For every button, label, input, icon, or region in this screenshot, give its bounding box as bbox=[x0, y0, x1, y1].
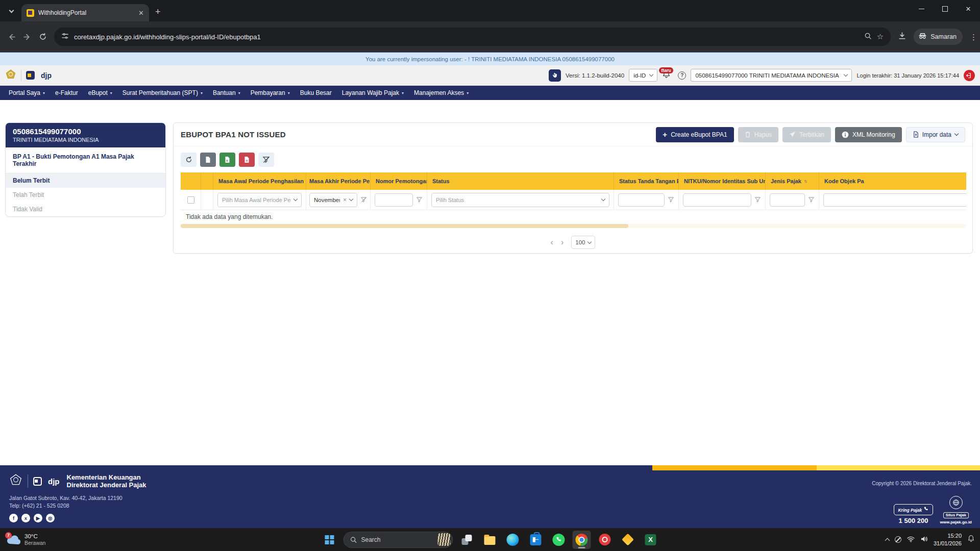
scrollbar-thumb[interactable] bbox=[181, 224, 628, 228]
window-minimize-button[interactable] bbox=[910, 0, 933, 17]
network-icon[interactable] bbox=[907, 535, 915, 544]
microsoft-store-button[interactable] bbox=[527, 531, 545, 549]
red-app-button[interactable] bbox=[596, 531, 614, 549]
create-ebupot-button[interactable]: + Create eBupot BPA1 bbox=[656, 127, 733, 142]
bookmark-star-icon[interactable]: ☆ bbox=[877, 32, 884, 41]
window-maximize-button[interactable] bbox=[933, 0, 957, 17]
incognito-icon bbox=[918, 32, 927, 42]
sort-icon[interactable]: ↑↓ bbox=[804, 179, 806, 184]
tray-expand-icon[interactable] bbox=[885, 538, 890, 543]
orange-app-button[interactable] bbox=[619, 531, 637, 549]
site-settings-icon[interactable] bbox=[61, 32, 69, 42]
tab-close-icon[interactable]: ✕ bbox=[138, 10, 144, 16]
excel-button[interactable]: X bbox=[642, 531, 660, 549]
export-csv-button[interactable] bbox=[200, 153, 216, 167]
export-excel-button[interactable]: x bbox=[219, 153, 235, 167]
locale-value: id-ID bbox=[633, 72, 646, 79]
filter-status-ttd-input[interactable] bbox=[618, 193, 665, 207]
header-nomor-pemotongan[interactable]: Nomor Pemotongan↑↓ bbox=[371, 172, 427, 190]
reload-button[interactable] bbox=[39, 33, 47, 41]
zoom-icon[interactable] bbox=[864, 32, 872, 42]
header-status-ttd[interactable]: Status Tanda Tangan Elektronik... bbox=[614, 172, 679, 190]
accessibility-icon[interactable] bbox=[549, 69, 561, 82]
taskbar-clock[interactable]: 15:20 31/01/2026 bbox=[934, 532, 962, 547]
logout-button[interactable] bbox=[964, 70, 975, 81]
weather-widget[interactable]: 7 30°C Berawan bbox=[0, 533, 45, 547]
nav-layanan-wajib-pajak[interactable]: Layanan Wajib Pajak▾ bbox=[337, 86, 408, 100]
header-masa-akhir[interactable]: Masa Akhir Periode Penghasilan... bbox=[306, 172, 371, 190]
select-all-checkbox[interactable] bbox=[187, 196, 194, 204]
header-nitku[interactable]: NITKU/Nomor Identitas Sub Unit Organisas… bbox=[679, 172, 766, 190]
header-status[interactable]: Status bbox=[427, 172, 614, 190]
notification-center-icon[interactable] bbox=[967, 535, 975, 545]
nav-manajemen-akses[interactable]: Manajemen Akses▾ bbox=[409, 86, 473, 100]
filter-icon[interactable] bbox=[808, 196, 815, 203]
volume-icon[interactable] bbox=[920, 535, 928, 544]
nav-spt[interactable]: Surat Pemberitahuan (SPT)▾ bbox=[118, 86, 207, 100]
start-button[interactable] bbox=[321, 531, 339, 549]
account-select[interactable]: 0508615499077000 TRINITI MEDIATAMA INDON… bbox=[691, 69, 852, 82]
chrome-button[interactable] bbox=[573, 531, 591, 549]
back-button[interactable] bbox=[7, 33, 16, 41]
edge-button[interactable] bbox=[504, 531, 522, 549]
x-twitter-icon[interactable]: x bbox=[21, 514, 30, 522]
header-jenis-pajak[interactable]: Jenis Pajak↑↓ bbox=[766, 172, 819, 190]
tab-search-button[interactable] bbox=[4, 4, 18, 18]
next-page-button[interactable]: › bbox=[561, 238, 564, 246]
instagram-icon[interactable]: ◎ bbox=[46, 514, 55, 522]
help-icon[interactable]: ? bbox=[678, 71, 686, 80]
whatsapp-button[interactable] bbox=[550, 531, 568, 549]
delete-button[interactable]: Hapus bbox=[738, 127, 779, 142]
browser-tab[interactable]: WithholdingPortal ✕ bbox=[21, 4, 149, 21]
refresh-button[interactable] bbox=[181, 153, 197, 167]
import-data-button[interactable]: Impor data bbox=[906, 127, 965, 142]
filter-jenis-pajak-input[interactable] bbox=[770, 193, 805, 207]
filter-masa-akhir-select[interactable]: November 2025 × bbox=[309, 193, 357, 207]
filter-nomor-input[interactable] bbox=[375, 193, 413, 207]
browser-profile-chip[interactable]: Samaran bbox=[914, 29, 963, 45]
browser-menu-icon[interactable]: ⋮ bbox=[970, 36, 973, 38]
nav-pembayaran[interactable]: Pembayaran▾ bbox=[246, 86, 295, 100]
file-explorer-button[interactable] bbox=[481, 531, 499, 549]
locale-select[interactable]: id-ID bbox=[629, 69, 657, 82]
new-tab-button[interactable]: + bbox=[155, 7, 161, 17]
search-highlight-image[interactable] bbox=[438, 533, 451, 546]
taskbar-search[interactable]: Search bbox=[344, 532, 453, 548]
nav-e-faktur[interactable]: e-Faktur bbox=[51, 86, 83, 100]
forward-button[interactable] bbox=[23, 33, 32, 41]
xml-monitoring-button[interactable]: XML Monitoring bbox=[835, 127, 902, 142]
page-size-select[interactable]: 100 bbox=[571, 236, 595, 249]
export-pdf-button[interactable] bbox=[239, 153, 255, 167]
filter-icon[interactable] bbox=[668, 196, 674, 203]
downloads-icon[interactable] bbox=[898, 32, 906, 42]
horizontal-scrollbar[interactable] bbox=[181, 224, 966, 228]
header-kode-objek[interactable]: Kode Objek Pa bbox=[819, 172, 966, 190]
nav-portal-saya[interactable]: Portal Saya▾ bbox=[4, 86, 50, 100]
filter-status-select[interactable]: Pilih Status bbox=[431, 193, 609, 207]
publish-button[interactable]: Terbitkan bbox=[782, 127, 831, 142]
notifications-button[interactable]: Baru bbox=[662, 69, 673, 82]
filter-icon[interactable] bbox=[754, 196, 761, 203]
nav-buku-besar[interactable]: Buku Besar bbox=[296, 86, 336, 100]
window-close-button[interactable]: ✕ bbox=[957, 0, 980, 17]
filter-off-icon[interactable] bbox=[360, 196, 367, 203]
youtube-icon[interactable]: ▶ bbox=[34, 514, 42, 522]
filter-nitku-input[interactable] bbox=[683, 193, 751, 207]
sidebar-item-tidak-valid[interactable]: Tidak Valid bbox=[6, 202, 165, 216]
facebook-icon[interactable]: f bbox=[9, 514, 18, 522]
filter-masa-awal-select[interactable]: Pilih Masa Awal Periode Penghasilan bbox=[217, 193, 302, 207]
url-text[interactable]: coretaxdjp.pajak.go.id/withholding-slips… bbox=[74, 33, 859, 41]
nav-ebupot[interactable]: eBupot▾ bbox=[84, 86, 117, 100]
filter-kode-objek-input[interactable] bbox=[823, 193, 966, 207]
filter-icon[interactable] bbox=[416, 196, 423, 203]
sidebar-item-belum-terbit[interactable]: Belum Terbit bbox=[6, 173, 165, 188]
task-view-button[interactable] bbox=[458, 531, 476, 549]
do-not-disturb-icon[interactable] bbox=[895, 536, 901, 543]
nav-bantuan[interactable]: Bantuan▾ bbox=[208, 86, 245, 100]
sidebar-item-telah-terbit[interactable]: Telah Terbit bbox=[6, 188, 165, 202]
clear-filter-button[interactable] bbox=[258, 153, 274, 167]
header-masa-awal[interactable]: Masa Awal Periode Penghasilan↑↓ bbox=[213, 172, 306, 190]
clear-icon[interactable]: × bbox=[343, 196, 347, 204]
address-bar[interactable]: coretaxdjp.pajak.go.id/withholding-slips… bbox=[54, 28, 891, 46]
previous-page-button[interactable]: ‹ bbox=[551, 238, 553, 246]
